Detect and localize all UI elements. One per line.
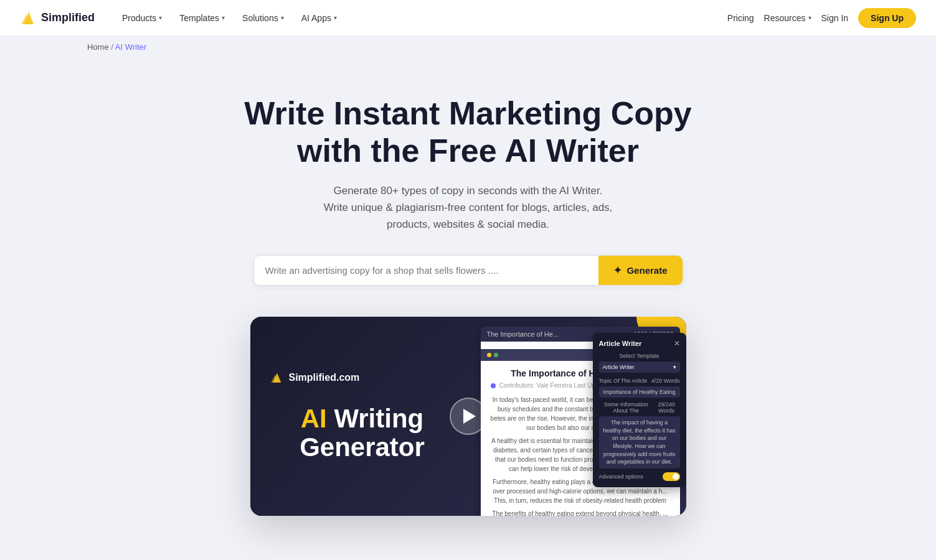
article-header-title: The Importance of He... (487, 330, 559, 338)
hero-section: Write Instant Marketing Copy with the Fr… (0, 58, 936, 541)
hero-title: Write Instant Marketing Copy with the Fr… (235, 95, 702, 170)
hero-subtitle: Generate 80+ types of copy in seconds wi… (294, 182, 643, 233)
chevron-down-icon: ▾ (222, 14, 225, 21)
chevron-down-icon: ▾ (334, 14, 337, 21)
breadcrumb-home[interactable]: Home (87, 42, 109, 52)
breadcrumb-current: AI Writer (115, 42, 146, 52)
article-body-4: The benefits of healthy eating extend be… (491, 509, 670, 516)
nav-resources[interactable]: Resources ▾ (764, 13, 811, 23)
chevron-down-icon: ▾ (159, 14, 162, 21)
advanced-row: Advanced options (599, 472, 680, 481)
video-heading: AI WritingGenerator (270, 404, 455, 462)
nav-solutions[interactable]: Solutions ▾ (235, 8, 291, 28)
breadcrumb-separator: / (111, 42, 113, 52)
video-logo-text: Simplified.com (289, 372, 360, 383)
navbar: Simplified Products ▾ Templates ▾ Soluti… (0, 0, 936, 36)
nav-links: Products ▾ Templates ▾ Solutions ▾ AI Ap… (115, 8, 727, 28)
video-logo-icon (270, 371, 284, 385)
toolbar-dot-yellow (487, 353, 491, 357)
nav-signup-button[interactable]: Sign Up (858, 8, 916, 28)
chevron-down-icon: ▾ (808, 14, 811, 21)
nav-pricing[interactable]: Pricing (727, 13, 754, 23)
info-header-row: Some Information About The 29/240 Words (599, 401, 680, 414)
video-left: Simplified.com AI WritingGenerator (250, 317, 475, 516)
generate-icon: ✦ (613, 264, 622, 276)
info-box[interactable]: The impact of having a healthy diet, the… (599, 416, 680, 469)
template-select[interactable]: Article Writer ▾ (599, 362, 680, 373)
video-logo-row: Simplified.com (270, 371, 455, 385)
topic-field[interactable]: Importance of Healthy Eating (599, 386, 680, 398)
logo-text: Simplified (41, 11, 95, 24)
search-input[interactable] (254, 256, 599, 284)
ai-word: AI (301, 404, 327, 433)
video-right: The Importance of He... 1615 / 250000 49… (475, 317, 686, 516)
logo-icon (20, 9, 37, 27)
advanced-toggle[interactable] (663, 472, 680, 481)
nav-templates[interactable]: Templates ▾ (172, 8, 232, 28)
close-icon[interactable]: ✕ (674, 339, 680, 348)
nav-signin[interactable]: Sign In (821, 13, 849, 23)
logo-link[interactable]: Simplified (20, 9, 95, 27)
nav-ai-apps[interactable]: AI Apps ▾ (294, 8, 344, 28)
chevron-down-icon: ▾ (673, 364, 676, 370)
ai-writer-panel: Article Writer ✕ Select Template Article… (593, 333, 686, 487)
play-icon (463, 409, 476, 424)
nav-right: Pricing Resources ▾ Sign In Sign Up (727, 8, 916, 28)
generate-button[interactable]: ✦ Generate (598, 256, 682, 285)
template-label: Select Template (599, 353, 680, 359)
ai-panel-header: Article Writer ✕ (599, 339, 680, 348)
video-preview: Simplified.com AI WritingGenerator The I… (250, 317, 686, 516)
article-card: The Importance of He... 1615 / 250000 49… (481, 327, 680, 516)
search-bar: ✦ Generate (253, 255, 683, 286)
meta-dot (491, 383, 496, 388)
chevron-down-icon: ▾ (281, 14, 284, 21)
toolbar-dot-green (494, 353, 498, 357)
nav-products[interactable]: Products ▾ (115, 8, 169, 28)
topic-header-row: Topic Of The Article 4/20 Words (599, 378, 680, 384)
breadcrumb: Home / AI Writer (0, 36, 936, 58)
ai-panel-title: Article Writer (599, 340, 642, 347)
